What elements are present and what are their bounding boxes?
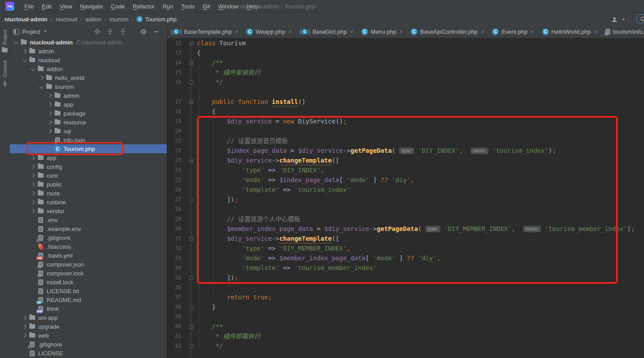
code-line[interactable]: 12class Tourism bbox=[167, 38, 644, 48]
menu-file[interactable]: File bbox=[20, 2, 38, 11]
tree-item-.gitignore[interactable]: .gitignore bbox=[10, 340, 167, 349]
code-editor[interactable]: 12class Tourism13{14 /**15 * 插件安装执行16 */… bbox=[167, 38, 644, 358]
code-line[interactable]: 40 /** bbox=[167, 322, 644, 331]
settings-icon[interactable] bbox=[140, 28, 147, 35]
editor-tab-weapp.php[interactable]: CWeapp.php× bbox=[242, 25, 296, 38]
tree-item-.gitignore[interactable]: .gitignore bbox=[10, 233, 167, 242]
hide-icon[interactable] bbox=[153, 28, 160, 35]
tree-item-info.json[interactable]: {}info.json bbox=[10, 135, 167, 144]
code-line[interactable]: 39 bbox=[167, 312, 644, 322]
tree-item-sql[interactable]: sql bbox=[10, 127, 167, 135]
chevron-right-icon[interactable] bbox=[38, 76, 45, 80]
editor-tab-tourism-info.json[interactable]: {}tourism\info.json× bbox=[601, 25, 644, 38]
code-line[interactable]: 21 // 设置旅游首页模板 bbox=[167, 136, 644, 146]
tree-item-runtime[interactable]: runtime bbox=[10, 198, 167, 207]
tree-item-.htaccess[interactable]: .htaccess bbox=[10, 242, 167, 251]
fold-close-icon[interactable] bbox=[187, 77, 196, 87]
fold-open-icon[interactable] bbox=[187, 58, 196, 68]
tree-item-license[interactable]: LICENSE bbox=[10, 349, 167, 358]
tab-close-icon[interactable]: × bbox=[400, 28, 403, 35]
chevron-right-icon[interactable] bbox=[46, 121, 54, 124]
run-configuration-button[interactable]: Cu bbox=[636, 14, 644, 24]
editor-tab-helloworld.php[interactable]: CHelloWorld.php× bbox=[538, 25, 601, 38]
tab-close-icon[interactable]: × bbox=[531, 28, 534, 35]
tree-item-readme.md[interactable]: MDREADME.md bbox=[10, 295, 167, 304]
menu-run[interactable]: Run bbox=[159, 2, 177, 11]
code-line[interactable]: 34 'template' => 'tourism_member_index' bbox=[167, 263, 644, 273]
chevron-right-icon[interactable] bbox=[46, 94, 54, 97]
tree-item-route[interactable]: route bbox=[10, 189, 167, 198]
code-line[interactable]: 29 // 设置旅游个人中心模板 bbox=[167, 214, 644, 224]
tree-item-admin[interactable]: admin bbox=[10, 47, 167, 56]
code-line[interactable]: 28 bbox=[167, 204, 644, 214]
menu-navigate[interactable]: Navigate bbox=[76, 2, 107, 11]
chevron-right-icon[interactable] bbox=[21, 316, 28, 319]
chevron-right-icon[interactable] bbox=[46, 112, 54, 115]
editor-tab-event.php[interactable]: CEvent.php× bbox=[488, 25, 538, 38]
tree-item-composer.lock[interactable]: {}composer.lock bbox=[10, 269, 167, 278]
tree-item-public[interactable]: public bbox=[10, 180, 167, 189]
chevron-down-icon[interactable] bbox=[21, 59, 28, 61]
tree-item-niucloud[interactable]: niucloud bbox=[10, 56, 167, 64]
expand-all-icon[interactable] bbox=[107, 28, 113, 35]
chevron-right-icon[interactable] bbox=[29, 174, 37, 177]
chevron-right-icon[interactable] bbox=[29, 210, 37, 213]
tab-close-icon[interactable]: × bbox=[350, 28, 353, 35]
tree-item-addon[interactable]: addon bbox=[10, 64, 167, 73]
code-line[interactable]: 41 * 插件卸载执行 bbox=[167, 331, 644, 341]
chevron-right-icon[interactable] bbox=[21, 50, 28, 53]
chevron-right-icon[interactable] bbox=[21, 325, 28, 328]
menu-refactor[interactable]: Refactor bbox=[129, 2, 159, 11]
editor-tab-basedict.php[interactable]: (C)BaseDict.php× bbox=[296, 25, 357, 38]
tab-close-icon[interactable]: × bbox=[594, 28, 597, 35]
code-line[interactable]: 33 'mode' => $member_index_page_data[ 'm… bbox=[167, 253, 644, 263]
fold-open-icon[interactable] bbox=[187, 322, 196, 331]
tree-item-admin[interactable]: admin bbox=[10, 91, 167, 100]
fold-open-icon[interactable] bbox=[187, 38, 196, 48]
tree-item-composer.json[interactable]: {}composer.json bbox=[10, 260, 167, 269]
tree-item-vendor[interactable]: vendor bbox=[10, 207, 167, 215]
tree-item-config[interactable]: config bbox=[10, 162, 167, 171]
tree-item-uni-app[interactable]: uni-app bbox=[10, 313, 167, 322]
stripe-button-commit[interactable]: Commit bbox=[2, 60, 8, 87]
chevron-right-icon[interactable] bbox=[46, 130, 54, 133]
tree-item-upgrade[interactable]: upgrade bbox=[10, 322, 167, 331]
menu-edit[interactable]: Edit bbox=[38, 2, 56, 11]
breadcrumb-item[interactable]: niucloud-admin bbox=[4, 16, 48, 23]
tree-item-app[interactable]: app bbox=[10, 100, 167, 109]
tree-item-.example.env[interactable]: .example.env bbox=[10, 224, 167, 233]
tree-item-.env[interactable]: .env bbox=[10, 215, 167, 224]
editor-tab-baseapicontroller.php[interactable]: CBaseApiController.php× bbox=[407, 25, 488, 38]
collapse-all-icon[interactable] bbox=[120, 28, 126, 35]
tab-close-icon[interactable]: × bbox=[235, 28, 239, 35]
code-line[interactable]: 27 ]); bbox=[167, 195, 644, 204]
chevron-down-icon[interactable] bbox=[44, 31, 47, 32]
chevron-right-icon[interactable] bbox=[46, 103, 54, 106]
code-line[interactable]: 15 * 插件安装执行 bbox=[167, 68, 644, 77]
code-line[interactable]: 16 */ bbox=[167, 77, 644, 87]
project-panel-title[interactable]: Project bbox=[22, 28, 40, 35]
chevron-down-icon[interactable] bbox=[12, 41, 20, 44]
code-line[interactable]: 13{ bbox=[167, 48, 644, 58]
code-line[interactable]: 25 'mode' => $index_page_data[ 'mode' ] … bbox=[167, 175, 644, 185]
tab-close-icon[interactable]: × bbox=[481, 28, 484, 35]
fold-close-icon[interactable] bbox=[187, 195, 196, 204]
code-line[interactable]: 14 /** bbox=[167, 58, 644, 68]
editor-tab-menu.php[interactable]: CMenu.php× bbox=[357, 25, 407, 38]
fold-open-icon[interactable] bbox=[187, 97, 196, 107]
locate-icon[interactable] bbox=[94, 28, 100, 35]
code-line[interactable]: 42 */ bbox=[167, 341, 644, 351]
code-line[interactable]: 18 { bbox=[167, 107, 644, 116]
menu-view[interactable]: View bbox=[56, 2, 76, 11]
code-line[interactable]: 24 'type' => 'DIY_INDEX', bbox=[167, 165, 644, 175]
tree-item-web[interactable]: web bbox=[10, 331, 167, 340]
chevron-right-icon[interactable] bbox=[29, 201, 37, 204]
tree-item-license.txt[interactable]: LICENSE.txt bbox=[10, 286, 167, 295]
tree-item-niucloud-admin[interactable]: niucloud-adminC:\niucloud-admin bbox=[10, 38, 167, 47]
code-line[interactable]: 20 bbox=[167, 126, 644, 136]
code-line[interactable]: 37 return true; bbox=[167, 292, 644, 302]
tree-item-install.lock[interactable]: install.lock bbox=[10, 278, 167, 286]
fold-open-icon[interactable] bbox=[187, 155, 196, 165]
code-line[interactable]: 17 public function install() bbox=[167, 97, 644, 107]
fold-close-icon[interactable] bbox=[187, 273, 196, 282]
